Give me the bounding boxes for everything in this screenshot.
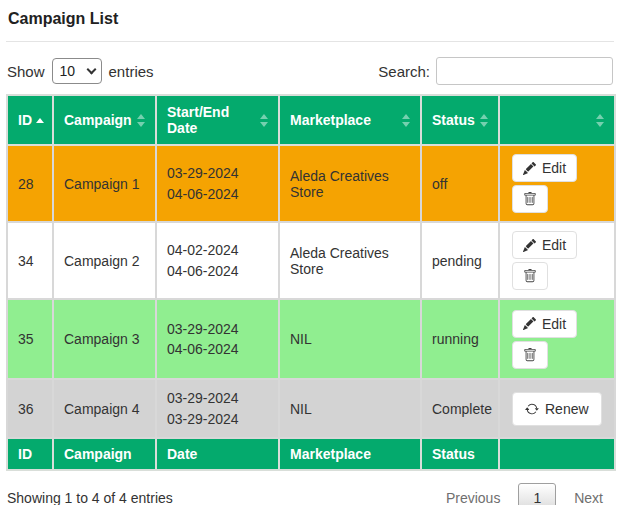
pencil-icon bbox=[523, 162, 536, 175]
table-row: 34 Campaign 2 04-02-2024 04-06-2024 Aled… bbox=[7, 222, 615, 299]
sort-both-arrows-icon bbox=[260, 114, 268, 127]
start-date: 03-29-2024 bbox=[167, 388, 268, 408]
column-header-status-label: Status bbox=[432, 112, 475, 128]
renew-button-label: Renew bbox=[545, 400, 589, 418]
page-length-control: Show 10 entries bbox=[7, 58, 154, 84]
cell-campaign: Campaign 2 bbox=[53, 222, 156, 299]
edit-button-label: Edit bbox=[542, 159, 566, 177]
pagination: Previous 1 Next bbox=[436, 483, 613, 505]
previous-page-button[interactable]: Previous bbox=[436, 483, 510, 505]
table-row: 36 Campaign 4 03-29-2024 03-29-2024 NIL … bbox=[7, 379, 615, 438]
end-date: 04-06-2024 bbox=[167, 184, 268, 204]
delete-button[interactable] bbox=[512, 185, 548, 213]
footer-actions bbox=[499, 438, 615, 470]
cell-marketplace: Aleda Creatives Store bbox=[279, 145, 421, 222]
trash-icon bbox=[523, 348, 537, 362]
table-footer-row: ID Campaign Date Marketplace Status bbox=[7, 438, 615, 470]
column-header-actions[interactable] bbox=[499, 95, 615, 145]
cell-actions: Edit bbox=[499, 222, 615, 299]
entries-select[interactable]: 10 bbox=[52, 58, 102, 84]
edit-button-label: Edit bbox=[542, 236, 566, 254]
column-header-date-label: Start/End Date bbox=[167, 104, 256, 136]
cell-status: off bbox=[421, 145, 499, 222]
sort-both-arrows-icon bbox=[596, 114, 604, 127]
table-header-row: ID Campaign Start/End Date Marketplace bbox=[7, 95, 615, 145]
cell-id: 36 bbox=[7, 379, 53, 438]
campaign-table: ID Campaign Start/End Date Marketplace bbox=[6, 94, 616, 471]
footer-id: ID bbox=[7, 438, 53, 470]
cell-dates: 03-29-2024 03-29-2024 bbox=[156, 379, 279, 438]
end-date: 04-06-2024 bbox=[167, 339, 268, 359]
renew-button[interactable]: Renew bbox=[512, 392, 602, 426]
sort-asc-arrow-icon bbox=[36, 118, 44, 123]
column-header-id[interactable]: ID bbox=[7, 95, 53, 145]
cell-status: running bbox=[421, 299, 499, 379]
cell-status: Complete bbox=[421, 379, 499, 438]
edit-button[interactable]: Edit bbox=[512, 310, 577, 338]
next-page-button[interactable]: Next bbox=[564, 483, 613, 505]
column-header-status[interactable]: Status bbox=[421, 95, 499, 145]
cell-campaign: Campaign 4 bbox=[53, 379, 156, 438]
column-header-marketplace[interactable]: Marketplace bbox=[279, 95, 421, 145]
cell-campaign: Campaign 3 bbox=[53, 299, 156, 379]
end-date: 04-06-2024 bbox=[167, 261, 268, 281]
current-page-button[interactable]: 1 bbox=[518, 483, 556, 505]
delete-button[interactable] bbox=[512, 262, 548, 290]
search-control: Search: bbox=[378, 57, 613, 85]
edit-button[interactable]: Edit bbox=[512, 154, 577, 182]
sort-both-arrows-icon bbox=[402, 114, 410, 127]
title-divider bbox=[6, 41, 614, 42]
footer-campaign: Campaign bbox=[53, 438, 156, 470]
table-controls: Show 10 entries Search: bbox=[7, 57, 613, 85]
table-row: 28 Campaign 1 03-29-2024 04-06-2024 Aled… bbox=[7, 145, 615, 222]
edit-button-label: Edit bbox=[542, 315, 566, 333]
trash-icon bbox=[523, 192, 537, 206]
entries-select-wrap: 10 bbox=[52, 58, 102, 84]
end-date: 03-29-2024 bbox=[167, 409, 268, 429]
start-date: 03-29-2024 bbox=[167, 163, 268, 183]
cell-dates: 03-29-2024 04-06-2024 bbox=[156, 299, 279, 379]
pencil-icon bbox=[523, 239, 536, 252]
start-date: 03-29-2024 bbox=[167, 319, 268, 339]
delete-button[interactable] bbox=[512, 341, 548, 369]
column-header-campaign-label: Campaign bbox=[64, 112, 132, 128]
cell-actions: Edit bbox=[499, 145, 615, 222]
sort-both-arrows-icon bbox=[137, 114, 145, 127]
column-header-campaign[interactable]: Campaign bbox=[53, 95, 156, 145]
trash-icon bbox=[523, 269, 537, 283]
cell-id: 28 bbox=[7, 145, 53, 222]
start-date: 04-02-2024 bbox=[167, 240, 268, 260]
sort-both-arrows-icon bbox=[480, 114, 488, 127]
edit-button[interactable]: Edit bbox=[512, 231, 577, 259]
cell-actions: Edit bbox=[499, 299, 615, 379]
table-info: Showing 1 to 4 of 4 entries bbox=[7, 490, 173, 505]
footer-date: Date bbox=[156, 438, 279, 470]
cell-campaign: Campaign 1 bbox=[53, 145, 156, 222]
entries-label: entries bbox=[109, 63, 154, 80]
refresh-icon bbox=[525, 402, 539, 416]
cell-id: 35 bbox=[7, 299, 53, 379]
cell-actions: Renew bbox=[499, 379, 615, 438]
column-header-date[interactable]: Start/End Date bbox=[156, 95, 279, 145]
search-input[interactable] bbox=[436, 57, 613, 85]
cell-status: pending bbox=[421, 222, 499, 299]
footer-marketplace: Marketplace bbox=[279, 438, 421, 470]
column-header-id-label: ID bbox=[18, 112, 32, 128]
cell-marketplace: NIL bbox=[279, 379, 421, 438]
page-title: Campaign List bbox=[8, 10, 612, 28]
table-row: 35 Campaign 3 03-29-2024 04-06-2024 NIL … bbox=[7, 299, 615, 379]
cell-marketplace: NIL bbox=[279, 299, 421, 379]
cell-dates: 04-02-2024 04-06-2024 bbox=[156, 222, 279, 299]
column-header-marketplace-label: Marketplace bbox=[290, 112, 371, 128]
footer-status: Status bbox=[421, 438, 499, 470]
table-bottom-bar: Showing 1 to 4 of 4 entries Previous 1 N… bbox=[7, 483, 613, 505]
show-label: Show bbox=[7, 63, 45, 80]
cell-id: 34 bbox=[7, 222, 53, 299]
pencil-icon bbox=[523, 317, 536, 330]
cell-marketplace: Aleda Creatives Store bbox=[279, 222, 421, 299]
search-label: Search: bbox=[378, 63, 430, 80]
cell-dates: 03-29-2024 04-06-2024 bbox=[156, 145, 279, 222]
